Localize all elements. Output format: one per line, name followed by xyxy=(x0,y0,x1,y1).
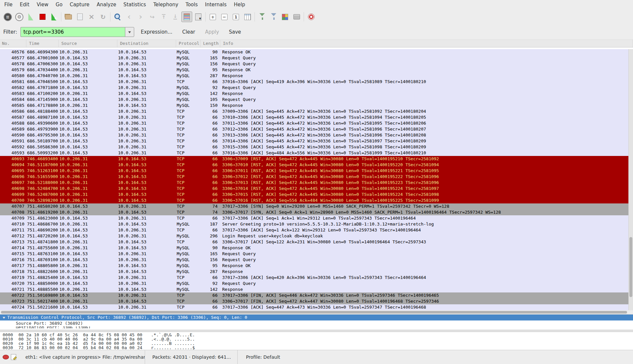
packet-row[interactable]: 40715751.4876310010.0.164.5310.0.206.31M… xyxy=(0,251,633,257)
list-interfaces-icon[interactable] xyxy=(2,12,13,22)
menu-view[interactable]: View xyxy=(33,0,52,9)
start-capture-icon[interactable] xyxy=(25,12,36,22)
status-profile[interactable]: Profile: Default xyxy=(238,350,633,364)
packet-row[interactable]: 40700746.5289820010.0.206.3110.0.164.53T… xyxy=(0,197,633,203)
packet-row[interactable]: 40580686.4704070010.0.206.3110.0.164.53M… xyxy=(0,73,633,79)
packet-row[interactable]: 40723751.5021740010.0.206.3110.0.164.53T… xyxy=(0,298,633,304)
menu-telephony[interactable]: Telephony xyxy=(150,0,182,9)
packet-row[interactable]: 40581686.4704650010.0.164.5310.0.206.31T… xyxy=(0,79,633,85)
vertical-scrollbar-thumb[interactable] xyxy=(629,237,632,297)
save-file-icon[interactable] xyxy=(75,12,85,22)
resize-columns-icon[interactable] xyxy=(242,12,253,22)
colorize-icon[interactable] xyxy=(181,12,192,22)
auto-scroll-icon[interactable] xyxy=(193,12,204,22)
expert-info-icon[interactable] xyxy=(3,355,9,359)
go-forward-icon[interactable] xyxy=(135,12,146,22)
packet-row[interactable]: 40587686.4898710010.0.164.5310.0.206.31T… xyxy=(0,114,633,120)
save-button[interactable]: Save xyxy=(226,27,244,37)
packet-row[interactable]: 40710751.4868670010.0.206.3110.0.164.53M… xyxy=(0,221,633,227)
coloring-rules-icon[interactable] xyxy=(280,12,290,22)
restart-capture-icon[interactable] xyxy=(48,12,59,22)
packet-row[interactable]: 40579686.4703440010.0.206.3110.0.164.53M… xyxy=(0,67,633,73)
menu-analyze[interactable]: Analyze xyxy=(93,0,120,9)
horizontal-scrollbar-thumb[interactable] xyxy=(1,311,627,314)
column-header-info[interactable]: Info xyxy=(221,40,633,47)
packet-row[interactable]: 40708751.4861920010.0.206.3110.0.164.53T… xyxy=(0,209,633,215)
packet-row[interactable]: 40585686.4717880010.0.206.3110.0.164.53M… xyxy=(0,103,633,108)
column-header-source[interactable]: Source xyxy=(59,40,117,47)
preferences-icon[interactable] xyxy=(291,12,302,22)
display-filters-icon[interactable] xyxy=(268,12,279,22)
menu-statistics[interactable]: Statistics xyxy=(120,0,150,9)
help-icon[interactable] xyxy=(306,12,316,22)
apply-button[interactable]: Apply xyxy=(202,27,222,37)
column-header-protocol[interactable]: Protocol xyxy=(177,40,200,47)
packet-row[interactable]: 40718751.4882260010.0.206.3110.0.164.53M… xyxy=(0,269,633,275)
packet-row[interactable]: 40695746.5126310010.0.206.3110.0.164.53T… xyxy=(0,168,633,174)
filter-input[interactable] xyxy=(20,27,125,37)
capture-options-icon[interactable] xyxy=(14,12,25,22)
packet-row[interactable]: 40582686.4707180010.0.164.5310.0.206.31M… xyxy=(0,85,633,91)
column-header-time[interactable]: Time xyxy=(27,40,59,47)
column-header-destination[interactable]: Destination xyxy=(118,40,176,47)
packet-row[interactable]: 40712751.4872020010.0.164.5310.0.206.31M… xyxy=(0,233,633,239)
go-to-bottom-icon[interactable] xyxy=(170,12,181,22)
menu-tools[interactable]: Tools xyxy=(182,0,201,9)
packet-row[interactable]: 40578686.4700630010.0.164.5310.0.206.31M… xyxy=(0,61,633,67)
packet-row[interactable]: 40588686.4939060010.0.164.5310.0.206.31T… xyxy=(0,120,633,126)
packet-row[interactable]: 40592686.5058630010.0.164.5310.0.206.31T… xyxy=(0,144,633,150)
packet-row[interactable]: 40711751.4869020010.0.164.5310.0.206.31T… xyxy=(0,227,633,233)
zoom-in-icon[interactable] xyxy=(207,12,218,22)
packet-row[interactable]: 40714751.4875560010.0.206.3110.0.164.53M… xyxy=(0,245,633,251)
stop-capture-icon[interactable] xyxy=(37,12,48,22)
go-to-top-icon[interactable] xyxy=(158,12,169,22)
packet-row[interactable]: 40577686.4700100010.0.164.5310.0.206.31M… xyxy=(0,55,633,61)
packet-row[interactable]: 40576686.4699430010.0.206.3110.0.164.53M… xyxy=(0,49,633,55)
packet-row[interactable]: 40721751.4888550010.0.206.3110.0.164.53M… xyxy=(0,287,633,292)
packet-row[interactable]: 40724751.5022160010.0.164.5310.0.206.31T… xyxy=(0,304,633,310)
find-packet-icon[interactable] xyxy=(112,12,123,22)
packet-row[interactable]: 40697746.5218800010.0.206.3110.0.164.53T… xyxy=(0,180,633,186)
menu-internals[interactable]: Internals xyxy=(201,0,230,9)
packet-row[interactable]: 40720751.4885000010.0.164.5310.0.206.31M… xyxy=(0,281,633,287)
packet-row[interactable]: 40693746.4689340010.0.206.3110.0.164.53T… xyxy=(0,156,633,162)
packet-row[interactable]: 40716751.4876910010.0.164.5310.0.206.31M… xyxy=(0,257,633,263)
pane-splitter[interactable] xyxy=(0,330,633,332)
packet-row[interactable]: 40696746.5165590010.0.206.3110.0.164.53T… xyxy=(0,174,633,180)
packet-row[interactable]: 40722751.5016980010.0.164.5310.0.206.31T… xyxy=(0,292,633,298)
packet-row[interactable]: 40583686.4710020010.0.206.3110.0.164.53M… xyxy=(0,91,633,97)
packet-row[interactable]: 40719751.4882540010.0.164.5310.0.206.31T… xyxy=(0,275,633,281)
packet-row[interactable]: 40590686.4979530010.0.164.5310.0.206.31T… xyxy=(0,132,633,138)
menu-go[interactable]: Go xyxy=(52,0,66,9)
close-file-icon[interactable] xyxy=(86,12,97,22)
vertical-scrollbar[interactable] xyxy=(628,49,633,310)
packet-row[interactable]: 40586686.4818840010.0.164.5310.0.206.31T… xyxy=(0,108,633,114)
go-to-packet-icon[interactable] xyxy=(147,12,158,22)
go-back-icon[interactable] xyxy=(124,12,135,22)
menu-capture[interactable]: Capture xyxy=(66,0,93,9)
clear-button[interactable]: Clear xyxy=(179,27,198,37)
packet-row[interactable]: 40698746.5248470010.0.206.3110.0.164.53T… xyxy=(0,186,633,192)
expander-triangle-icon[interactable] xyxy=(3,317,5,320)
zoom-100-icon[interactable] xyxy=(230,12,241,22)
column-header-length[interactable]: Length xyxy=(201,40,220,47)
packet-row[interactable]: 40713751.4874180010.0.206.3110.0.164.53T… xyxy=(0,239,633,245)
packet-row[interactable]: 40709751.4862300010.0.164.5310.0.206.31T… xyxy=(0,215,633,221)
filter-label[interactable]: Filter: xyxy=(3,29,17,35)
reload-file-icon[interactable] xyxy=(98,12,108,22)
capture-filters-icon[interactable] xyxy=(256,12,267,22)
detail-line[interactable]: Transmission Control Protocol, Src Port:… xyxy=(0,315,633,320)
column-header-no[interactable]: No. xyxy=(0,40,26,47)
capture-comment-icon[interactable] xyxy=(11,354,16,360)
filter-dropdown-button[interactable] xyxy=(125,27,134,37)
packet-row[interactable]: 40593686.5099320010.0.164.5310.0.206.31T… xyxy=(0,150,633,156)
detail-line[interactable]: Source Port: 36892 (36892) xyxy=(0,320,633,326)
packet-row[interactable]: 40694746.5118700010.0.206.3110.0.164.53T… xyxy=(0,162,633,168)
horizontal-scrollbar[interactable] xyxy=(0,310,633,314)
expression-button[interactable]: Expression... xyxy=(137,27,176,37)
open-file-icon[interactable] xyxy=(63,12,74,22)
packet-row[interactable]: 40591686.5018970010.0.164.5310.0.206.31T… xyxy=(0,138,633,144)
menu-help[interactable]: Help xyxy=(230,0,249,9)
detail-line[interactable]: Destination Port: 3306 (3306) xyxy=(0,326,633,328)
packet-row[interactable]: 40589686.4979390010.0.164.5310.0.206.31T… xyxy=(0,126,633,132)
